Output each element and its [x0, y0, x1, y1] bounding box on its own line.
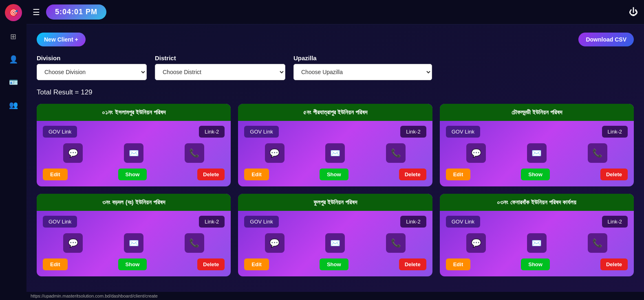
whatsapp-icon-button[interactable]: 💬: [265, 143, 285, 163]
link2-button[interactable]: Link-2: [199, 216, 225, 228]
whatsapp-icon-button[interactable]: 💬: [63, 143, 83, 163]
filter-section: Division Choose Division District Choose…: [37, 55, 634, 80]
client-card: ৩নং বড়দল (দঃ) ইউনিয়ন পরিষদ GOV Link Li…: [37, 194, 231, 276]
gov-link-button[interactable]: GOV Link: [43, 216, 77, 228]
show-button[interactable]: Show: [521, 258, 550, 270]
show-button[interactable]: Show: [320, 169, 348, 180]
email-icon-button[interactable]: ✉️: [124, 143, 143, 163]
whatsapp-icon-button[interactable]: 💬: [466, 233, 486, 253]
content-area: New Client + Download CSV Division Choos…: [26, 24, 644, 292]
delete-button[interactable]: Delete: [600, 169, 628, 180]
card-links: GOV Link Link-2: [238, 126, 432, 138]
sidebar-item-contacts[interactable]: 🪪: [6, 75, 21, 90]
card-actions: Edit Show Delete: [238, 258, 432, 270]
link2-button[interactable]: Link-2: [400, 216, 426, 228]
division-filter-group: Division Choose Division: [37, 55, 147, 80]
show-button[interactable]: Show: [118, 258, 147, 270]
card-title: ৫নং পীরযাত্রাপুর ইউনিয়ন পরিষদ: [238, 104, 432, 121]
sidebar-item-user-management[interactable]: 👥: [6, 98, 21, 112]
card-title: চৌফলদন্ডী ইউনিয়ন পরিষদ: [440, 104, 634, 121]
edit-button[interactable]: Edit: [43, 169, 68, 180]
email-icon-button[interactable]: ✉️: [527, 233, 547, 253]
district-label: District: [155, 55, 285, 61]
sidebar: 🎯 ⊞ 👤 🪪 👥: [0, 0, 26, 300]
show-button[interactable]: Show: [521, 169, 550, 180]
email-icon-button[interactable]: ✉️: [325, 143, 345, 163]
action-bar: New Client + Download CSV: [37, 33, 634, 46]
card-title: ০১নং ইসলামপুর ইউনিয়ন পরিষদ: [37, 104, 231, 121]
statusbar-url: https://upadmin.masteritsolution.com.bd/…: [31, 293, 158, 298]
client-card: ফুলপুর ইউনিয়ন পরিষদ GOV Link Link-2 💬 ✉…: [238, 194, 432, 276]
phone-icon-button[interactable]: 📞: [386, 233, 406, 253]
client-card: চৌফলদন্ডী ইউনিয়ন পরিষদ GOV Link Link-2 …: [440, 104, 634, 186]
upazilla-label: Upazilla: [293, 55, 432, 61]
download-csv-button[interactable]: Download CSV: [578, 33, 634, 46]
client-card: ৫নং পীরযাত্রাপুর ইউনিয়ন পরিষদ GOV Link …: [238, 104, 432, 186]
gov-link-button[interactable]: GOV Link: [446, 126, 480, 138]
menu-toggle-icon[interactable]: ☰: [33, 7, 40, 17]
link2-button[interactable]: Link-2: [602, 216, 628, 228]
whatsapp-icon-button[interactable]: 💬: [265, 233, 285, 253]
statusbar: https://upadmin.masteritsolution.com.bd/…: [26, 292, 644, 300]
phone-icon-button[interactable]: 📞: [588, 143, 607, 163]
clock-display: 5:04:01 PM: [46, 4, 106, 20]
phone-icon-button[interactable]: 📞: [588, 233, 607, 253]
topbar: ☰ 5:04:01 PM ⏻: [26, 0, 644, 24]
division-label: Division: [37, 55, 147, 61]
link2-button[interactable]: Link-2: [400, 126, 426, 138]
main-area: ☰ 5:04:01 PM ⏻ New Client + Download CSV…: [26, 0, 644, 300]
delete-button[interactable]: Delete: [600, 258, 628, 270]
show-button[interactable]: Show: [320, 258, 348, 270]
gov-link-button[interactable]: GOV Link: [446, 216, 480, 228]
edit-button[interactable]: Edit: [244, 258, 269, 270]
card-icons: 💬 ✉️ 📞: [238, 233, 432, 253]
total-result: Total Result = 129: [37, 88, 634, 96]
logout-icon[interactable]: ⏻: [629, 7, 638, 18]
edit-button[interactable]: Edit: [446, 258, 471, 270]
email-icon-button[interactable]: ✉️: [527, 143, 547, 163]
card-links: GOV Link Link-2: [238, 216, 432, 228]
upazilla-select[interactable]: Choose Upazilla: [293, 64, 432, 80]
card-actions: Edit Show Delete: [440, 169, 634, 180]
sidebar-item-dashboard[interactable]: ⊞: [6, 29, 21, 44]
edit-button[interactable]: Edit: [244, 169, 269, 180]
whatsapp-icon-button[interactable]: 💬: [466, 143, 486, 163]
whatsapp-icon-button[interactable]: 💬: [63, 233, 83, 253]
edit-button[interactable]: Edit: [446, 169, 471, 180]
email-icon-button[interactable]: ✉️: [325, 233, 345, 253]
new-client-button[interactable]: New Client +: [37, 33, 86, 46]
division-select[interactable]: Choose Division: [37, 64, 147, 80]
card-title: ফুলপুর ইউনিয়ন পরিষদ: [238, 194, 432, 211]
card-links: GOV Link Link-2: [37, 126, 231, 138]
link2-button[interactable]: Link-2: [602, 126, 628, 138]
sidebar-item-profile[interactable]: 👤: [6, 52, 21, 67]
gov-link-button[interactable]: GOV Link: [244, 126, 278, 138]
show-button[interactable]: Show: [118, 169, 147, 180]
link2-button[interactable]: Link-2: [199, 126, 225, 138]
card-actions: Edit Show Delete: [440, 258, 634, 270]
delete-button[interactable]: Delete: [399, 169, 426, 180]
gov-link-button[interactable]: GOV Link: [43, 126, 77, 138]
card-actions: Edit Show Delete: [37, 258, 231, 270]
cards-grid: ০১নং ইসলামপুর ইউনিয়ন পরিষদ GOV Link Lin…: [37, 104, 634, 276]
delete-button[interactable]: Delete: [197, 258, 225, 270]
delete-button[interactable]: Delete: [197, 169, 225, 180]
phone-icon-button[interactable]: 📞: [185, 233, 204, 253]
card-icons: 💬 ✉️ 📞: [238, 143, 432, 163]
card-links: GOV Link Link-2: [37, 216, 231, 228]
card-icons: 💬 ✉️ 📞: [440, 143, 634, 163]
client-card: ০১নং ইসলামপুর ইউনিয়ন পরিষদ GOV Link Lin…: [37, 104, 231, 186]
email-icon-button[interactable]: ✉️: [124, 233, 143, 253]
delete-button[interactable]: Delete: [399, 258, 426, 270]
upazilla-filter-group: Upazilla Choose Upazilla: [293, 55, 432, 80]
card-icons: 💬 ✉️ 📞: [37, 143, 231, 163]
card-actions: Edit Show Delete: [37, 169, 231, 180]
card-actions: Edit Show Delete: [238, 169, 432, 180]
phone-icon-button[interactable]: 📞: [386, 143, 406, 163]
card-title: ০৩নং ফেনারবাঁক ইউনিয়ন পরিষদ কার্যলয়: [440, 194, 634, 211]
app-logo[interactable]: 🎯: [5, 4, 22, 21]
phone-icon-button[interactable]: 📞: [185, 143, 204, 163]
district-select[interactable]: Choose District: [155, 64, 285, 80]
edit-button[interactable]: Edit: [43, 258, 68, 270]
gov-link-button[interactable]: GOV Link: [244, 216, 278, 228]
